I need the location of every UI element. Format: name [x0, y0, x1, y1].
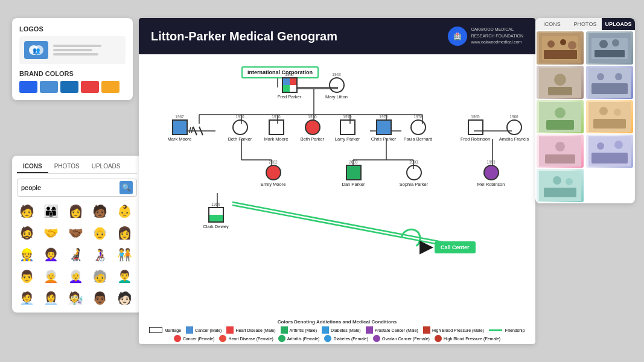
legend-arth-male-symbol — [281, 326, 288, 334]
legend-prostate-male: Prostate Cancer (Male) — [366, 326, 418, 334]
person-beth-parker-2: 1970 Beth Parker — [296, 115, 329, 142]
pb-year: 1978 — [413, 115, 422, 119]
svg-rect-51 — [591, 83, 628, 94]
logo-icon: 👥 — [24, 41, 48, 59]
af-shape — [506, 119, 522, 135]
svg-point-67 — [553, 176, 561, 185]
fr-name: Fred Robinson — [461, 136, 490, 142]
svg-rect-61 — [545, 154, 575, 164]
icon-handshake-2[interactable]: 🤝🏾 — [66, 223, 85, 243]
legend-hbp-male: High Blood Pressure (Male) — [423, 326, 484, 334]
cd-shape — [208, 207, 224, 223]
logo-area: 👥 — [19, 36, 126, 64]
em-name: Emily Moore — [261, 182, 286, 187]
svg-rect-47 — [548, 87, 572, 95]
tab-uploads[interactable]: UPLOADS — [86, 160, 127, 173]
legend-hd-male-label: Heart Disease (Male) — [235, 328, 275, 332]
icon-person-6[interactable]: 🧔 — [17, 223, 36, 243]
right-tab-uploads[interactable]: UPLOADS — [602, 18, 635, 30]
icon-person-14[interactable]: 👩‍🦳 — [66, 267, 85, 286]
svg-line-31 — [232, 202, 471, 247]
bp2-shape — [305, 119, 320, 135]
color-swatch-3 — [60, 81, 78, 93]
color-swatch-4 — [81, 81, 99, 93]
legend-cancer-female: Cancer (Female) — [174, 335, 215, 342]
icon-person-4[interactable]: 🧑🏾 — [91, 202, 110, 221]
icon-person-9[interactable]: 👩‍🦱 — [42, 245, 61, 264]
svg-point-68 — [566, 178, 573, 185]
icon-person-7[interactable]: 👴 — [91, 223, 110, 243]
tab-photos[interactable]: PHOTOS — [48, 160, 86, 173]
icon-couple[interactable]: 🧑‍🤝‍🧑 — [115, 245, 134, 264]
legend-title: Colors Denoting Addictions and Medical C… — [145, 319, 529, 325]
sp-shape — [406, 165, 422, 180]
color-swatch-1 — [19, 81, 37, 93]
org-text: OAKWOOD MEDICALRESEARCH FOUNDATIONwww.oa… — [471, 27, 523, 46]
icon-elder[interactable]: 🧓 — [91, 267, 110, 286]
mm2-shape — [269, 119, 284, 135]
legend-diab-male-label: Diabetes (Male) — [331, 328, 360, 332]
icon-business-2[interactable]: 👩‍💼 — [42, 288, 61, 308]
icon-person-13[interactable]: 🧑‍🦳 — [42, 267, 61, 286]
person-emily-moore: 2002 Emily Moore — [257, 160, 290, 187]
call-center-label: Call Center — [435, 241, 476, 253]
org-logo: 🏥 OAKWOOD MEDICALRESEARCH FOUNDATIONwww.… — [448, 27, 523, 46]
icon-person-15[interactable]: 👨‍🦱 — [115, 267, 134, 286]
svg-point-50 — [615, 73, 622, 80]
photo-4[interactable] — [586, 66, 633, 99]
svg-rect-54 — [546, 120, 574, 130]
icon-person-11[interactable]: 👩‍🦽 — [91, 245, 110, 264]
svg-rect-69 — [544, 188, 576, 197]
fred-name: Fred Parker — [278, 94, 302, 100]
mr-year: 1993 — [486, 160, 495, 164]
photo-6[interactable] — [586, 100, 633, 133]
logos-label: LOGOS — [19, 25, 126, 33]
right-tab-icons[interactable]: ICONS — [535, 18, 569, 30]
svg-rect-65 — [591, 153, 628, 164]
tab-icons[interactable]: ICONS — [17, 160, 48, 173]
svg-point-38 — [568, 41, 576, 49]
icon-person-17[interactable]: 🧑🏻 — [115, 288, 134, 308]
icon-scientist[interactable]: 🧑‍🔬 — [66, 288, 85, 308]
genogram-body: International Corporation 1945 Fred Park… — [139, 54, 535, 344]
cd-name: Clark Dewey — [203, 224, 229, 229]
icon-person-10[interactable]: 🧑‍🦼 — [66, 245, 85, 264]
icon-person-2[interactable]: 👨‍👩‍👦 — [42, 202, 61, 221]
legend-hbp-female-symbol — [435, 335, 442, 342]
right-tab-photos[interactable]: PHOTOS — [569, 18, 602, 30]
af-name: Amelia Francis — [499, 136, 529, 142]
bp-name: Beth Parker — [228, 136, 252, 142]
photo-3[interactable] — [537, 66, 584, 99]
photo-9[interactable] — [537, 169, 584, 202]
icon-person-5[interactable]: 👶 — [115, 202, 134, 221]
icon-person-3[interactable]: 👩 — [66, 202, 85, 221]
photo-7[interactable] — [537, 135, 584, 168]
person-beth-parker: 1970 Beth Parker — [223, 115, 257, 142]
photo-2[interactable] — [586, 31, 633, 65]
svg-point-43 — [612, 39, 619, 46]
icon-handshake-1[interactable]: 🤝 — [42, 223, 61, 243]
icon-worker[interactable]: 👷 — [17, 245, 36, 264]
legend-hd-female: Heart Disease (Female) — [219, 335, 273, 342]
legend-marriage-symbol — [149, 327, 162, 333]
legend-friendship-symbol — [489, 329, 502, 331]
icon-business-1[interactable]: 🧑‍💼 — [17, 288, 36, 308]
photo-5[interactable] — [537, 100, 584, 133]
svg-rect-44 — [595, 50, 625, 57]
svg-point-42 — [599, 40, 608, 48]
mary-shape — [329, 77, 345, 93]
icon-person-16[interactable]: 👨🏾 — [91, 288, 110, 308]
pb-shape — [410, 119, 426, 135]
af-year: 1966 — [509, 115, 518, 119]
mm1-year: 1967 — [175, 115, 183, 119]
icon-person-12[interactable]: 👨 — [17, 267, 36, 286]
photo-1[interactable] — [537, 31, 584, 65]
search-input[interactable] — [21, 184, 120, 191]
photo-8[interactable] — [586, 135, 633, 168]
pb-name: Paula Bernard — [404, 136, 433, 142]
icon-person-1[interactable]: 🧑 — [17, 202, 36, 221]
search-button[interactable]: 🔍 — [120, 181, 133, 194]
icon-person-8[interactable]: 👩 — [115, 223, 134, 243]
legend-arth-female-label: Arthritis (Female) — [287, 337, 320, 341]
logo-line-2 — [53, 49, 92, 51]
